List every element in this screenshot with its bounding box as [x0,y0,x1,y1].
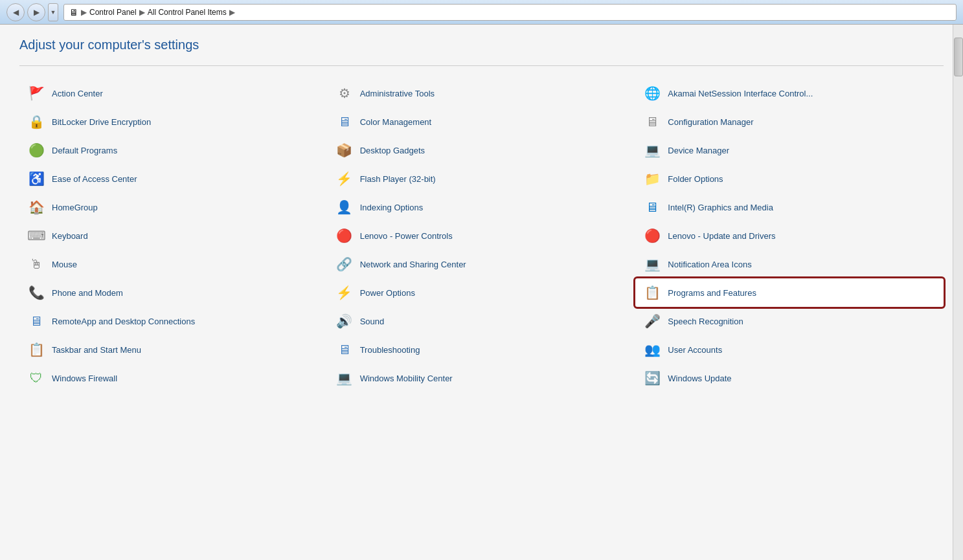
item-intel-graphics[interactable]: 🖥Intel(R) Graphics and Media [635,193,944,221]
label-power-options: Power Options [360,288,415,298]
item-folder-options[interactable]: 📁Folder Options [635,164,944,193]
icon-admin-tools: ⚙ [335,84,354,102]
item-firewall[interactable]: 🛡Windows Firewall [19,364,328,392]
divider [19,65,944,66]
label-sound: Sound [360,317,385,326]
label-indexing: Indexing Options [360,203,424,212]
item-phone-modem[interactable]: 📞Phone and Modem [19,278,328,307]
breadcrumb-control-panel[interactable]: Control Panel [89,8,137,17]
icon-user-accounts: 👥 [643,341,661,359]
items-grid: 🚩Action Center⚙Administrative Tools🌐Akam… [19,79,944,392]
icon-speech-recognition: 🎤 [643,312,661,330]
label-phone-modem: Phone and Modem [52,288,123,298]
item-ease-access[interactable]: ♿Ease of Access Center [19,164,328,193]
item-windows-update[interactable]: 🔄Windows Update [635,364,944,392]
item-color-mgmt[interactable]: 🖥Color Management [328,107,636,136]
item-desktop-gadgets[interactable]: 📦Desktop Gadgets [328,136,636,164]
breadcrumb-sep-1: ▶ [81,8,87,17]
item-network-sharing[interactable]: 🔗Network and Sharing Center [328,250,636,278]
breadcrumb-all-items[interactable]: All Control Panel Items [148,8,227,17]
item-remoteapp[interactable]: 🖥RemoteApp and Desktop Connections [19,307,328,335]
label-desktop-gadgets: Desktop Gadgets [360,146,425,155]
icon-action-center: 🚩 [27,84,45,102]
item-notification-icons[interactable]: 💻Notification Area Icons [635,250,944,278]
breadcrumb-sep-2: ▶ [139,8,145,17]
icon-akamai: 🌐 [643,84,661,102]
label-speech-recognition: Speech Recognition [668,317,743,326]
icon-config-mgr: 🖥 [643,113,661,131]
item-user-accounts[interactable]: 👥User Accounts [635,335,944,364]
icon-programs-features: 📋 [643,284,661,302]
icon-remoteapp: 🖥 [27,312,45,330]
item-taskbar[interactable]: 📋Taskbar and Start Menu [19,335,328,364]
label-mobility-center: Windows Mobility Center [360,374,453,383]
label-flash-player: Flash Player (32-bit) [360,174,436,184]
icon-phone-modem: 📞 [27,284,45,302]
icon-ease-access: ♿ [27,170,45,188]
control-panel-icon: 🖥 [69,7,78,17]
item-indexing[interactable]: 👤Indexing Options [328,193,636,221]
back-button[interactable]: ◀ [6,3,25,21]
label-user-accounts: User Accounts [668,345,722,355]
item-default-programs[interactable]: 🟢Default Programs [19,136,328,164]
icon-desktop-gadgets: 📦 [335,141,354,159]
item-action-center[interactable]: 🚩Action Center [19,79,328,107]
label-mouse: Mouse [52,260,77,269]
label-troubleshooting: Troubleshooting [360,345,420,355]
scrollbar[interactable] [953,25,963,560]
history-dropdown[interactable]: ▼ [48,3,58,21]
item-admin-tools[interactable]: ⚙Administrative Tools [328,79,636,107]
label-taskbar: Taskbar and Start Menu [52,345,141,355]
label-windows-update: Windows Update [668,374,731,383]
icon-intel-graphics: 🖥 [643,198,661,216]
icon-sound: 🔊 [335,312,354,330]
icon-keyboard: ⌨ [27,227,45,245]
label-homegroup: HomeGroup [52,203,98,212]
icon-taskbar: 📋 [27,341,45,359]
item-device-mgr[interactable]: 💻Device Manager [635,136,944,164]
icon-flash-player: ⚡ [335,170,354,188]
icon-mouse: 🖱 [27,255,45,273]
item-mouse[interactable]: 🖱Mouse [19,250,328,278]
main-content: Adjust your computer's settings 🚩Action … [0,25,963,560]
label-firewall: Windows Firewall [52,374,117,383]
item-programs-features[interactable]: 📋Programs and Features [635,278,944,307]
item-power-options[interactable]: ⚡Power Options [328,278,636,307]
label-lenovo-power: Lenovo - Power Controls [360,231,453,241]
label-intel-graphics: Intel(R) Graphics and Media [668,203,773,212]
forward-button[interactable]: ▶ [27,3,45,21]
icon-indexing: 👤 [335,198,354,216]
label-ease-access: Ease of Access Center [52,174,137,184]
title-bar: ◀ ▶ ▼ 🖥 ▶ Control Panel ▶ All Control Pa… [0,0,963,25]
label-color-mgmt: Color Management [360,117,432,127]
item-speech-recognition[interactable]: 🎤Speech Recognition [635,307,944,335]
icon-bitlocker: 🔒 [27,113,45,131]
item-bitlocker[interactable]: 🔒BitLocker Drive Encryption [19,107,328,136]
icon-lenovo-update: 🔴 [643,227,661,245]
icon-mobility-center: 💻 [335,369,354,387]
label-bitlocker: BitLocker Drive Encryption [52,117,151,127]
breadcrumb-sep-3: ▶ [229,8,235,17]
item-homegroup[interactable]: 🏠HomeGroup [19,193,328,221]
item-config-mgr[interactable]: 🖥Configuration Manager [635,107,944,136]
page-title: Adjust your computer's settings [19,38,944,52]
label-remoteapp: RemoteApp and Desktop Connections [52,317,195,326]
label-programs-features: Programs and Features [668,288,756,298]
label-keyboard: Keyboard [52,231,88,241]
item-lenovo-update[interactable]: 🔴Lenovo - Update and Drivers [635,221,944,250]
item-keyboard[interactable]: ⌨Keyboard [19,221,328,250]
icon-troubleshooting: 🖥 [335,341,354,359]
item-mobility-center[interactable]: 💻Windows Mobility Center [328,364,636,392]
item-troubleshooting[interactable]: 🖥Troubleshooting [328,335,636,364]
scrollbar-thumb[interactable] [954,38,963,76]
icon-default-programs: 🟢 [27,141,45,159]
item-flash-player[interactable]: ⚡Flash Player (32-bit) [328,164,636,193]
breadcrumb-bar: 🖥 ▶ Control Panel ▶ All Control Panel It… [63,4,957,21]
icon-firewall: 🛡 [27,369,45,387]
icon-lenovo-power: 🔴 [335,227,354,245]
item-sound[interactable]: 🔊Sound [328,307,636,335]
icon-windows-update: 🔄 [643,369,661,387]
item-lenovo-power[interactable]: 🔴Lenovo - Power Controls [328,221,636,250]
item-akamai[interactable]: 🌐Akamai NetSession Interface Control... [635,79,944,107]
label-notification-icons: Notification Area Icons [668,260,751,269]
